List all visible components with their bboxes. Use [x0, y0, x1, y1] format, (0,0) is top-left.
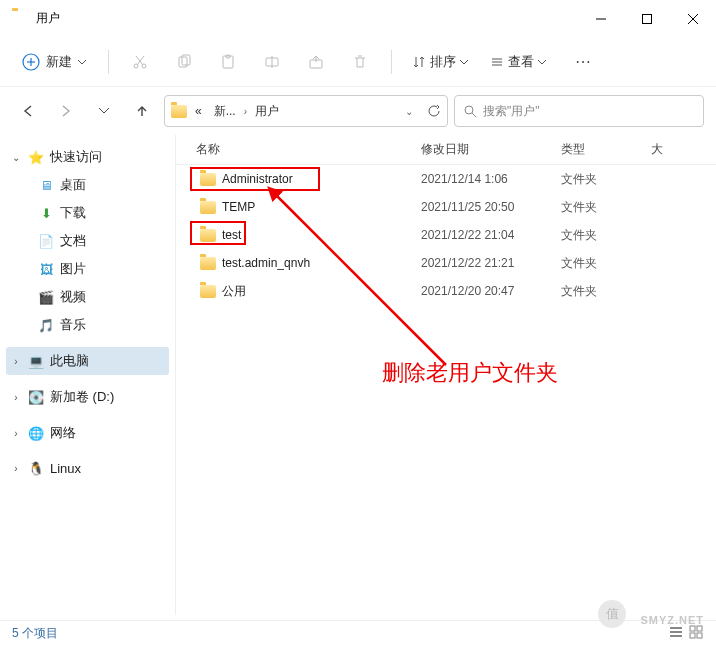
sidebar-linux[interactable]: ›🐧Linux [6, 455, 169, 481]
col-date[interactable]: 修改日期 [421, 141, 561, 158]
close-button[interactable] [670, 3, 716, 35]
file-type: 文件夹 [561, 171, 651, 188]
folder-icon [200, 229, 216, 242]
table-row[interactable]: TEMP2021/11/25 20:50文件夹 [176, 193, 716, 221]
file-date: 2021/12/22 21:04 [421, 228, 561, 242]
delete-button[interactable] [341, 44, 379, 80]
view-button[interactable]: 查看 [482, 47, 554, 77]
cut-button[interactable] [121, 44, 159, 80]
svg-rect-29 [690, 633, 695, 638]
rename-button[interactable] [253, 44, 291, 80]
sidebar-pictures[interactable]: 🖼图片 [34, 255, 169, 283]
minimize-button[interactable] [578, 3, 624, 35]
address-bar[interactable]: « 新... › 用户 ⌄ [164, 95, 448, 127]
sort-button[interactable]: 排序 [404, 47, 476, 77]
forward-button[interactable] [50, 95, 82, 127]
nav-row: « 新... › 用户 ⌄ 搜索"用户" [0, 87, 716, 135]
file-name: test.admin_qnvh [222, 256, 310, 270]
sidebar-videos[interactable]: 🎬视频 [34, 283, 169, 311]
table-row[interactable]: Administrator2021/12/14 1:06文件夹 [176, 165, 716, 193]
svg-rect-25 [670, 631, 682, 633]
search-icon [463, 104, 477, 118]
col-type[interactable]: 类型 [561, 141, 651, 158]
watermark-text: SMYZ.NET [640, 614, 704, 626]
col-name[interactable]: 名称 [176, 141, 421, 158]
content: ⌄⭐快速访问 🖥桌面 ⬇下载 📄文档 🖼图片 🎬视频 🎵音乐 ›💻此电脑 ›💽新… [0, 135, 716, 615]
file-type: 文件夹 [561, 227, 651, 244]
up-button[interactable] [126, 95, 158, 127]
chevron-right-icon: › [244, 106, 247, 117]
watermark-badge: 值 [598, 600, 626, 628]
folder-icon [200, 201, 216, 214]
window-controls [578, 3, 716, 35]
table-row[interactable]: test.admin_qnvh2021/12/22 21:21文件夹 [176, 249, 716, 277]
svg-line-9 [137, 56, 144, 65]
file-date: 2021/12/22 21:21 [421, 256, 561, 270]
svg-rect-27 [690, 626, 695, 631]
crumb-root[interactable]: 新... [210, 101, 240, 122]
back-button[interactable] [12, 95, 44, 127]
search-placeholder: 搜索"用户" [483, 103, 540, 120]
view-label: 查看 [508, 53, 534, 71]
sidebar-downloads[interactable]: ⬇下载 [34, 199, 169, 227]
crumb-current[interactable]: 用户 [251, 101, 283, 122]
refresh-button[interactable] [427, 104, 441, 118]
svg-rect-28 [697, 626, 702, 631]
svg-line-22 [472, 113, 476, 117]
toolbar: 新建 排序 查看 ⋯ [0, 37, 716, 87]
chevron-down-icon [538, 58, 546, 66]
sidebar-desktop[interactable]: 🖥桌面 [34, 171, 169, 199]
chevron-down-icon [460, 58, 468, 66]
file-type: 文件夹 [561, 199, 651, 216]
file-date: 2021/12/20 20:47 [421, 284, 561, 298]
file-name: TEMP [222, 200, 255, 214]
crumb-overflow[interactable]: « [191, 102, 206, 120]
folder-icon [200, 285, 216, 298]
sort-label: 排序 [430, 53, 456, 71]
column-headers: 名称 修改日期 类型 大 [176, 135, 716, 165]
file-date: 2021/11/25 20:50 [421, 200, 561, 214]
annotation-text: 删除老用户文件夹 [382, 358, 558, 388]
col-size[interactable]: 大 [651, 141, 716, 158]
new-button[interactable]: 新建 [12, 47, 96, 77]
window-title: 用户 [36, 10, 578, 27]
copy-button[interactable] [165, 44, 203, 80]
folder-icon [200, 257, 216, 270]
svg-line-10 [136, 56, 143, 65]
folder-icon [200, 173, 216, 186]
file-name: 公用 [222, 283, 246, 300]
table-row[interactable]: test2021/12/22 21:04文件夹 [176, 221, 716, 249]
svg-point-21 [465, 106, 473, 114]
paste-button[interactable] [209, 44, 247, 80]
icons-view-button[interactable] [688, 624, 704, 643]
file-type: 文件夹 [561, 283, 651, 300]
details-view-button[interactable] [668, 624, 684, 643]
sidebar-network[interactable]: ›🌐网络 [6, 419, 169, 447]
more-button[interactable]: ⋯ [564, 44, 602, 80]
sidebar-documents[interactable]: 📄文档 [34, 227, 169, 255]
file-name: Administrator [222, 172, 293, 186]
svg-rect-24 [670, 627, 682, 629]
maximize-button[interactable] [624, 3, 670, 35]
file-name: test [222, 228, 241, 242]
svg-rect-1 [643, 14, 652, 23]
recent-button[interactable] [88, 95, 120, 127]
chevron-down-icon [78, 58, 86, 66]
svg-rect-26 [670, 635, 682, 637]
sidebar-music[interactable]: 🎵音乐 [34, 311, 169, 339]
folder-icon [171, 105, 187, 118]
table-row[interactable]: 公用2021/12/20 20:47文件夹 [176, 277, 716, 305]
chevron-down-icon[interactable]: ⌄ [405, 106, 413, 117]
share-button[interactable] [297, 44, 335, 80]
svg-rect-30 [697, 633, 702, 638]
titlebar: 用户 [0, 0, 716, 37]
file-rows: Administrator2021/12/14 1:06文件夹TEMP2021/… [176, 165, 716, 305]
file-type: 文件夹 [561, 255, 651, 272]
status-count: 5 个项目 [12, 625, 58, 642]
sidebar-new-volume[interactable]: ›💽新加卷 (D:) [6, 383, 169, 411]
search-box[interactable]: 搜索"用户" [454, 95, 704, 127]
sidebar-quick-access[interactable]: ⌄⭐快速访问 [6, 143, 169, 171]
file-date: 2021/12/14 1:06 [421, 172, 561, 186]
folder-icon [12, 11, 28, 27]
sidebar-this-pc[interactable]: ›💻此电脑 [6, 347, 169, 375]
